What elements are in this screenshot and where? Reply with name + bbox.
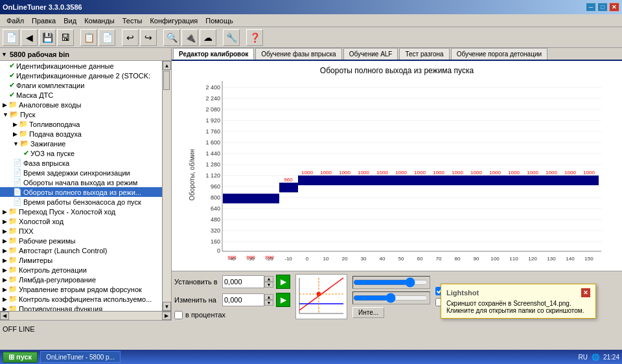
svg-text:120: 120 (528, 256, 537, 262)
set-up-arrow[interactable]: ▲ (264, 276, 273, 282)
bar-5 (298, 176, 317, 185)
toolbar-help-btn[interactable]: ❓ (246, 29, 263, 46)
set-down-arrow[interactable]: ▼ (264, 282, 273, 288)
expand-icon: ▼ (3, 111, 8, 118)
toolbar-save-btn[interactable]: 💾 (39, 29, 56, 46)
tree-item-transition[interactable]: ▶ 📁 Переход Пуск - Холостой ход (0, 207, 162, 216)
tree-item-id2[interactable]: ✔ Идентификационные данные 2 (STOCK: (0, 71, 162, 80)
svg-text:150: 150 (584, 256, 593, 262)
slider2-input[interactable] (353, 293, 428, 303)
file-icon: 📄 (13, 168, 22, 177)
hscroll-right-btn[interactable]: ▶ (162, 312, 171, 320)
tree-item-rpm-full[interactable]: 📄 Обороты полного выхода из режи... (0, 187, 162, 197)
toolbar-connect-btn[interactable]: 🔌 (181, 29, 198, 46)
toolbar-wrench-btn[interactable]: 🔧 (223, 29, 240, 46)
tree-label: Холостой ход (19, 218, 63, 225)
tree-item-uoz[interactable]: ✔ УОЗ на пуске (0, 148, 162, 158)
tree-item-pusk[interactable]: ▼ 📂 Пуск (0, 109, 162, 119)
change-down-arrow[interactable]: ▼ (264, 300, 273, 306)
lightshot-title: Lightshot (446, 289, 479, 297)
change-up-arrow[interactable]: ▲ (264, 294, 273, 300)
collapse-icon[interactable]: ▼ (1, 51, 7, 58)
toolbar-copy-btn[interactable]: 📋 (80, 29, 97, 46)
check-icon: ✔ (23, 149, 29, 157)
expand-icon: ▶ (3, 228, 7, 234)
tree-item-knock[interactable]: ▶ 📁 Контроль детонации (0, 265, 162, 275)
change-group: Изменить на ▲ ▼ ▶ (174, 293, 290, 307)
slider-input[interactable] (353, 277, 428, 288)
tab-injection[interactable]: Обучение фазы впрыска (255, 48, 341, 60)
interpolate-button[interactable]: Инте... (352, 307, 384, 318)
svg-text:1000: 1000 (320, 170, 332, 176)
tree-item-coeff[interactable]: ▶ 📁 Контроль коэффициента используемо... (0, 294, 162, 304)
tree-item-working[interactable]: ▶ 📁 Рабочие режимы (0, 236, 162, 245)
tree-item-delay[interactable]: 📄 Время задержки синхронизации (0, 168, 162, 177)
tree-item-rpm-start[interactable]: 📄 Обороты начала выхода из режим (0, 177, 162, 187)
menu-tests[interactable]: Тесты (119, 16, 146, 26)
toolbar-zoom-btn[interactable]: 🔍 (163, 29, 180, 46)
minimize-button[interactable]: ─ (586, 3, 596, 12)
tree-label: Идентификационные данные (16, 62, 114, 70)
tree-item-immob[interactable]: ▶ 📁 Противоугонная функция (0, 304, 162, 311)
start-button[interactable]: ⊞ пуск (3, 352, 38, 363)
tab-detonation[interactable]: Обучение порога детонации (451, 48, 547, 60)
bar-3 (260, 194, 279, 203)
toolbar-cloud-btn[interactable]: ☁ (200, 29, 216, 46)
tab-race[interactable]: Тест разгона (399, 48, 449, 60)
tree-item-idle[interactable]: ▶ 📁 Холостой ход (0, 216, 162, 226)
tree-item-analog[interactable]: ▶ 📁 Аналоговые входы (0, 100, 162, 109)
tab-editor[interactable]: Редактор калибровок (173, 48, 254, 60)
tree-item-air[interactable]: ▶ 📁 Подача воздуха (0, 129, 162, 139)
tree-item-limiters[interactable]: ▶ 📁 Лимитеры (0, 255, 162, 265)
toolbar-paste-btn[interactable]: 📄 (98, 29, 115, 46)
tree-label: Контроль коэффициента используемо... (19, 295, 152, 303)
change-value-input[interactable] (222, 293, 264, 306)
toolbar-back-btn[interactable]: ◀ (21, 29, 38, 46)
tree-item-autostart[interactable]: ▶ 📁 Автостарт (Launch Control) (0, 245, 162, 255)
time-display: 21:24 (603, 354, 619, 361)
lightshot-message[interactable]: Скриншот сохранён в Screenshot_14.png. К… (446, 300, 590, 314)
bar-19 (561, 176, 580, 185)
tree-item-id1[interactable]: ✔ Идентификационные данные (0, 61, 162, 71)
title-bar: OnLineTuner 3.3.0.3586 ─ □ ✕ (0, 0, 622, 14)
toolbar-redo-btn[interactable]: ↪ (140, 29, 157, 46)
menu-commands[interactable]: Команды (80, 16, 119, 26)
tree-label: Флаги комплектации (16, 82, 84, 89)
percent-checkbox[interactable] (174, 311, 183, 319)
menu-config[interactable]: Конфигурация (146, 16, 202, 26)
scroll-thumb[interactable] (163, 71, 170, 90)
toolbar-undo-btn[interactable]: ↩ (122, 29, 139, 46)
close-button[interactable]: ✕ (609, 3, 619, 12)
set-value-input[interactable] (222, 275, 264, 288)
tree-label: Время работы бензонасоса до пуск (23, 198, 141, 206)
menu-help[interactable]: Помощь (202, 16, 237, 26)
change-apply-btn[interactable]: ▶ (276, 293, 290, 307)
tree-item-fuel[interactable]: ▶ 📁 Топливоподача (0, 119, 162, 129)
tab-alf[interactable]: Обучение ALF (343, 48, 398, 60)
tree-item-lambda[interactable]: ▶ 📁 Лямбда-регулирование (0, 275, 162, 284)
scroll-track (163, 70, 171, 302)
taskbar-app-item[interactable]: OnLineTuner - 5800 р... (40, 351, 121, 363)
folder-icon: 📂 (20, 139, 29, 148)
scroll-down-btn[interactable]: ▼ (163, 302, 171, 311)
mini-chart (295, 274, 347, 319)
toolbar-new-btn[interactable]: 📄 (3, 29, 19, 46)
expand-icon: ▶ (3, 238, 7, 244)
menu-edit[interactable]: Правка (28, 16, 60, 26)
scroll-up-btn[interactable]: ▲ (163, 61, 171, 70)
tree-item-phase[interactable]: 📄 Фаза впрыска (0, 158, 162, 168)
menu-file[interactable]: Файл (3, 16, 28, 26)
lightshot-close-btn[interactable]: ✕ (581, 288, 590, 297)
tree-item-injector2[interactable]: ▶ 📁 Управление вторым рядом форсунок (0, 284, 162, 294)
hscroll-left-btn[interactable]: ◀ (0, 312, 9, 320)
tree-item-pxx[interactable]: ▶ 📁 ПХХ (0, 226, 162, 236)
maximize-button[interactable]: □ (597, 3, 608, 12)
tree-item-dtc[interactable]: ✔ Маска ДТС (0, 90, 162, 100)
set-apply-btn[interactable]: ▶ (276, 275, 290, 289)
menu-view[interactable]: Вид (60, 16, 80, 26)
expand-icon: ▶ (3, 306, 7, 312)
tree-item-pump[interactable]: 📄 Время работы бензонасоса до пуск (0, 197, 162, 207)
tree-item-flags[interactable]: ✔ Флаги комплектации (0, 80, 162, 90)
toolbar-save2-btn[interactable]: 🖫 (57, 29, 74, 46)
tree-item-ignition[interactable]: ▼ 📂 Зажигание (0, 139, 162, 148)
